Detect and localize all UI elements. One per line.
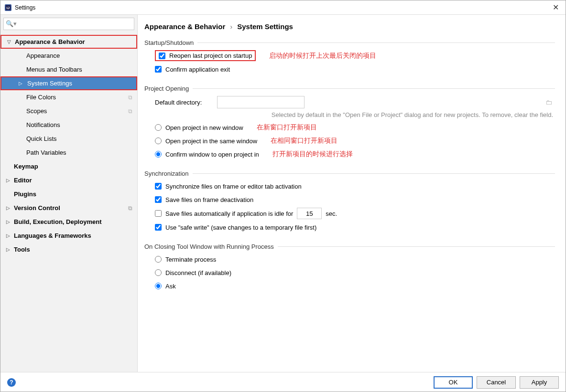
svg-text:IJ: IJ (7, 6, 10, 10)
search-input-wrap: 🔍▾ (3, 18, 134, 30)
save-idle-checkbox[interactable]: Save files automatically if application … (155, 210, 293, 217)
sidebar-item-scopes[interactable]: Scopes⧉ (0, 104, 137, 118)
section-project-opening: Project Opening (144, 85, 555, 92)
sidebar-item-label: System Settings (27, 80, 72, 87)
sidebar-item-label: Scopes (26, 107, 47, 115)
sidebar-item-label: Tools (14, 246, 30, 253)
chevron-right-icon: ▷ (19, 81, 24, 86)
chevron-right-icon: ▷ (6, 219, 12, 224)
scope-icon: ⧉ (128, 108, 132, 115)
folder-icon[interactable]: 🗀 (545, 98, 552, 106)
sidebar-item-keymap[interactable]: Keymap (0, 159, 137, 173)
close-icon[interactable]: ✕ (550, 3, 562, 12)
confirm-exit-checkbox[interactable]: Confirm application exit (155, 66, 230, 73)
sidebar-item-label: Appearance (26, 52, 60, 59)
sidebar: 🔍▾ ▽Appearance & BehaviorAppearanceMenus… (0, 15, 138, 372)
sidebar-item-languages-frameworks[interactable]: ▷Languages & Frameworks (0, 229, 137, 243)
section-startup: Startup/Shutdown (144, 39, 555, 46)
search-icon: 🔍▾ (6, 20, 17, 27)
sidebar-item-system-settings[interactable]: ▷System Settings (0, 76, 137, 90)
sidebar-item-label: Build, Execution, Deployment (14, 218, 101, 225)
section-sync: Synchronization (144, 170, 555, 177)
sidebar-item-label: File Colors (26, 94, 56, 101)
open-new-note: 在新窗口打开新项目 (257, 123, 317, 132)
sidebar-item-label: Keymap (14, 163, 38, 170)
scope-icon: ⧉ (128, 94, 132, 101)
open-same-note: 在相同窗口打开新项目 (271, 137, 337, 145)
default-dir-input[interactable] (217, 96, 305, 108)
disconnect-radio[interactable]: Disconnect (if available) (155, 269, 231, 276)
breadcrumb: Appearance & Behavior › System Settings (144, 22, 555, 31)
sidebar-item-plugins[interactable]: Plugins (0, 187, 137, 201)
sidebar-item-editor[interactable]: ▷Editor (0, 173, 137, 187)
settings-tree: ▽Appearance & BehaviorAppearanceMenus an… (0, 33, 137, 372)
sidebar-item-tools[interactable]: ▷Tools (0, 243, 137, 256)
chevron-right-icon: ▷ (6, 205, 12, 211)
search-input[interactable] (3, 18, 134, 30)
sidebar-item-label: Quick Lists (26, 135, 57, 142)
chevron-down-icon: ▽ (7, 39, 13, 44)
sidebar-item-appearance[interactable]: Appearance (0, 49, 137, 63)
chevron-right-icon: ▷ (6, 247, 12, 252)
sidebar-item-label: Plugins (14, 191, 36, 198)
open-confirm-note: 打开新项目的时候进行选择 (272, 150, 353, 159)
sidebar-item-build-execution-deployment[interactable]: ▷Build, Execution, Deployment (0, 215, 137, 229)
open-new-window-radio[interactable]: Open project in new window (155, 124, 243, 131)
sidebar-item-menus-and-toolbars[interactable]: Menus and Toolbars (0, 63, 137, 76)
safe-write-checkbox[interactable]: Use "safe write" (save changes to a temp… (155, 224, 316, 231)
breadcrumb-root[interactable]: Appearance & Behavior (144, 22, 225, 31)
footer: ? OK Cancel Apply (0, 372, 566, 392)
sidebar-item-version-control[interactable]: ▷Version Control⧉ (0, 201, 137, 215)
sidebar-item-label: Menus and Toolbars (26, 66, 82, 73)
reopen-last-checkbox[interactable]: Reopen last project on startup (159, 52, 252, 59)
open-same-window-radio[interactable]: Open project in the same window (155, 138, 257, 145)
sidebar-item-file-colors[interactable]: File Colors⧉ (0, 90, 137, 104)
sync-frame-checkbox[interactable]: Synchronize files on frame or editor tab… (155, 183, 302, 190)
default-dir-label: Default directory: (155, 99, 212, 106)
save-deactivation-checkbox[interactable]: Save files on frame deactivation (155, 196, 253, 203)
section-closing: On Closing Tool Window with Running Proc… (144, 243, 555, 250)
default-dir-hint: Selected by default in the "Open File or… (144, 111, 555, 118)
sidebar-item-appearance-behavior[interactable]: ▽Appearance & Behavior (0, 35, 137, 49)
save-idle-seconds-input[interactable] (297, 208, 322, 219)
sidebar-item-label: Version Control (14, 204, 60, 212)
open-confirm-radio[interactable]: Confirm window to open project in (155, 151, 259, 158)
sidebar-item-label: Path Variables (26, 149, 66, 156)
main-panel: Appearance & Behavior › System Settings … (138, 15, 566, 372)
sidebar-item-path-variables[interactable]: Path Variables (0, 146, 137, 159)
terminate-radio[interactable]: Terminate process (155, 256, 216, 263)
titlebar: IJ Settings ✕ (0, 0, 566, 15)
sidebar-item-quick-lists[interactable]: Quick Lists (0, 132, 137, 146)
sidebar-item-label: Languages & Frameworks (14, 232, 91, 239)
sidebar-item-notifications[interactable]: Notifications (0, 118, 137, 132)
ok-button[interactable]: OK (434, 376, 473, 389)
reopen-note: 启动的时候打开上次最后关闭的项目 (269, 52, 376, 60)
sidebar-item-label: Notifications (26, 121, 60, 128)
chevron-right-icon: ▷ (6, 178, 12, 183)
window-title: Settings (15, 4, 35, 11)
app-icon: IJ (4, 4, 12, 11)
chevron-right-icon: ▷ (6, 233, 12, 238)
ask-radio[interactable]: Ask (155, 283, 176, 290)
breadcrumb-leaf: System Settings (237, 22, 293, 31)
scope-icon: ⧉ (128, 205, 132, 212)
breadcrumb-sep: › (230, 22, 232, 31)
apply-button[interactable]: Apply (520, 376, 559, 389)
sidebar-item-label: Editor (14, 177, 32, 184)
help-icon[interactable]: ? (7, 378, 16, 387)
sidebar-item-label: Appearance & Behavior (15, 38, 85, 45)
cancel-button[interactable]: Cancel (477, 376, 516, 389)
save-idle-unit: sec. (326, 210, 337, 217)
